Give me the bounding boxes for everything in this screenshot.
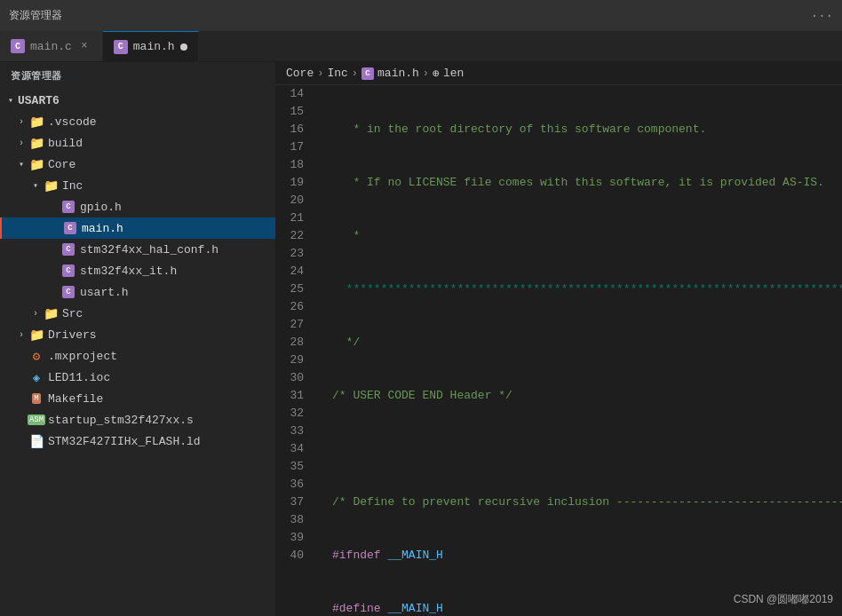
line-num-39: 39	[284, 529, 304, 547]
src-label: Src	[62, 307, 83, 320]
sidebar-item-build[interactable]: › 📁 build	[0, 132, 275, 154]
line-num-14: 14	[284, 85, 304, 103]
line-num-34: 34	[284, 440, 304, 458]
inc-label: Inc	[62, 179, 83, 193]
sidebar-item-usart-h[interactable]: C usart.h	[0, 281, 275, 303]
line-num-17: 17	[284, 138, 304, 156]
tab-main-c[interactable]: C main.c ×	[0, 31, 103, 61]
line-num-38: 38	[284, 511, 304, 529]
tab-c-icon: C	[11, 39, 25, 53]
core-label: Core	[48, 158, 75, 171]
sidebar-item-usart6[interactable]: ▾ USART6	[0, 90, 275, 111]
sidebar-item-led11-ioc[interactable]: ◈ LED11.ioc	[0, 367, 275, 388]
c-file-icon: C	[62, 222, 78, 234]
content-area: Core › Inc › C main.h › ⊕ len 14 15 16 1…	[275, 62, 842, 616]
folder-icon: 📁	[28, 115, 44, 130]
breadcrumb-sep-3: ›	[423, 67, 429, 80]
breadcrumb-c-icon: C	[361, 67, 374, 80]
c-file-icon: C	[60, 201, 76, 213]
gpio-h-label: gpio.h	[80, 201, 122, 214]
tab-main-h-label: main.h	[133, 40, 175, 53]
line-num-33: 33	[284, 423, 304, 440]
chevron-icon: ›	[14, 330, 28, 340]
ld-icon: 📄	[28, 434, 44, 449]
sidebar-item-flash-ld[interactable]: 📄 STM32F427IIHx_FLASH.ld	[0, 430, 275, 452]
sidebar-item-vscode[interactable]: › 📁 .vscode	[0, 111, 275, 132]
asm-icon: ASM	[28, 415, 44, 425]
mxproject-label: .mxproject	[48, 350, 117, 363]
ioc-icon: ◈	[28, 370, 44, 385]
sidebar-item-inc[interactable]: ▾ 📁 Inc	[0, 175, 275, 196]
line-num-37: 37	[284, 494, 304, 511]
line-num-19: 19	[284, 174, 304, 192]
chevron-icon: ▾	[28, 180, 43, 191]
mxproject-icon: ⚙	[28, 349, 44, 364]
line-num-31: 31	[284, 387, 304, 405]
hal-conf-label: stm32f4xx_hal_conf.h	[80, 243, 218, 257]
tab-main-c-label: main.c	[30, 40, 72, 53]
tab-close-main-c[interactable]: ×	[77, 39, 91, 53]
code-line-16: *	[332, 227, 828, 245]
main-h-label: main.h	[82, 222, 123, 235]
breadcrumb-len: len	[443, 67, 464, 80]
folder-icon: 📁	[28, 136, 44, 151]
c-file-icon: C	[60, 265, 76, 277]
sidebar-header: 资源管理器	[0, 62, 275, 90]
c-file-icon: C	[60, 286, 76, 298]
line-num-21: 21	[284, 209, 304, 227]
tab-main-h[interactable]: C main.h	[103, 31, 199, 61]
line-num-26: 26	[284, 298, 304, 316]
drivers-label: Drivers	[48, 328, 97, 342]
chevron-icon: ▾	[14, 159, 28, 170]
breadcrumb-sep-1: ›	[317, 67, 323, 80]
line-numbers: 14 15 16 17 18 19 20 21 22 23 24 25 26 2…	[275, 85, 318, 616]
code-line-20	[332, 440, 828, 458]
tab-c-icon-h: C	[114, 40, 128, 54]
sidebar-item-main-h[interactable]: C main.h	[0, 217, 275, 239]
line-num-40: 40	[284, 547, 304, 565]
code-line-17: ****************************************…	[332, 280, 828, 298]
sidebar-item-it-h[interactable]: C stm32f4xx_it.h	[0, 260, 275, 281]
sidebar-item-core[interactable]: ▾ 📁 Core	[0, 154, 275, 175]
usart-h-label: usart.h	[80, 286, 129, 299]
sidebar-item-drivers[interactable]: › 📁 Drivers	[0, 324, 275, 345]
code-line-21: /* Define to prevent recursive inclusion…	[332, 494, 828, 511]
line-num-29: 29	[284, 351, 304, 369]
sidebar-item-gpio-h[interactable]: C gpio.h	[0, 196, 275, 217]
line-num-28: 28	[284, 334, 304, 351]
code-line-22: #ifndef __MAIN_H	[332, 547, 828, 565]
code-area[interactable]: 14 15 16 17 18 19 20 21 22 23 24 25 26 2…	[275, 85, 842, 616]
folder-icon: 📁	[43, 178, 59, 193]
code-line-14: * in the root directory of this software…	[332, 121, 828, 138]
flash-ld-label: STM32F427IIHx_FLASH.ld	[48, 435, 201, 448]
breadcrumb-inc: Inc	[327, 67, 347, 80]
breadcrumb-core: Core	[286, 67, 314, 80]
line-num-16: 16	[284, 121, 304, 138]
sidebar-item-makefile[interactable]: M Makefile	[0, 388, 275, 409]
folder-icon: 📁	[28, 328, 44, 343]
makefile-label: Makefile	[48, 392, 103, 406]
code-content: * in the root directory of this software…	[318, 85, 842, 616]
line-num-20: 20	[284, 192, 304, 209]
chevron-icon: ›	[14, 138, 28, 148]
sidebar-item-mxproject[interactable]: ⚙ .mxproject	[0, 345, 275, 367]
folder-icon: 📁	[28, 157, 44, 172]
sidebar-item-hal-conf[interactable]: C stm32f4xx_hal_conf.h	[0, 239, 275, 260]
breadcrumb-main-h: main.h	[377, 67, 419, 80]
sidebar-item-src[interactable]: › 📁 Src	[0, 303, 275, 324]
build-label: build	[48, 137, 83, 150]
main-area: 资源管理器 ▾ USART6 › 📁 .vscode › 📁 build ▾ 📁…	[0, 62, 842, 616]
sidebar-item-startup[interactable]: ASM startup_stm32f427xx.s	[0, 409, 275, 430]
line-num-25: 25	[284, 280, 304, 298]
line-num-18: 18	[284, 156, 304, 174]
code-line-18: */	[332, 334, 828, 351]
folder-icon: 📁	[43, 306, 59, 321]
breadcrumb-sep-2: ›	[352, 67, 358, 80]
chevron-icon: ›	[28, 309, 43, 319]
sidebar: 资源管理器 ▾ USART6 › 📁 .vscode › 📁 build ▾ 📁…	[0, 62, 275, 616]
line-num-15: 15	[284, 103, 304, 121]
line-num-30: 30	[284, 369, 304, 387]
breadcrumb: Core › Inc › C main.h › ⊕ len	[275, 62, 842, 85]
line-num-36: 36	[284, 476, 304, 494]
title-bar-text: 资源管理器	[0, 8, 62, 23]
